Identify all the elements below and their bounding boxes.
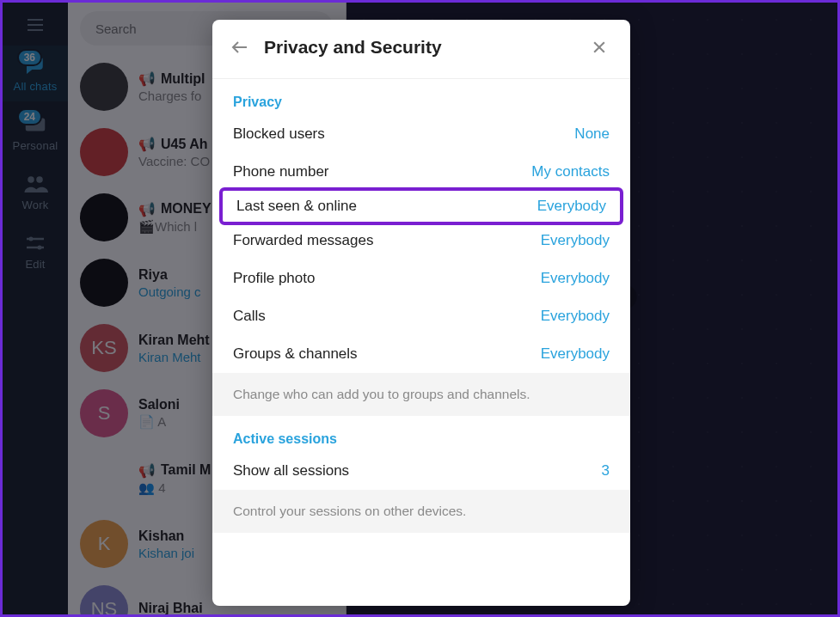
privacy-row-phone-number[interactable]: Phone numberMy contacts [212,153,630,191]
setting-value: Everybody [541,308,610,325]
modal-title: Privacy and Security [264,37,584,58]
setting-label: Blocked users [233,125,325,143]
show-all-sessions-row[interactable]: Show all sessions 3 [212,452,630,490]
sessions-section-header: Active sessions [212,416,630,452]
privacy-row-calls[interactable]: CallsEverybody [212,297,630,335]
privacy-row-forwarded-messages[interactable]: Forwarded messagesEverybody [212,222,630,260]
close-button[interactable] [584,32,615,63]
privacy-row-profile-photo[interactable]: Profile photoEverybody [212,260,630,297]
sessions-hint: Control your sessions on other devices. [212,490,630,533]
setting-label: Last seen & online [236,198,357,215]
modal-header: Privacy and Security [212,20,630,79]
privacy-hint: Change who can add you to groups and cha… [212,373,630,416]
setting-label: Calls [233,308,266,325]
setting-label: Profile photo [233,270,315,287]
setting-label: Forwarded messages [233,232,373,249]
setting-value: Everybody [537,198,606,215]
privacy-row-blocked-users[interactable]: Blocked usersNone [212,115,630,153]
setting-value: None [574,125,610,143]
setting-value: Everybody [541,345,610,363]
setting-value: Everybody [541,270,610,287]
privacy-security-modal: Privacy and Security Privacy Blocked use… [212,20,630,606]
setting-label: Phone number [233,163,329,180]
back-button[interactable] [224,32,255,63]
privacy-row-groups-channels[interactable]: Groups & channelsEverybody [212,335,630,373]
setting-label: Show all sessions [233,462,349,480]
setting-value: 3 [602,462,610,480]
privacy-row-last-seen-online[interactable]: Last seen & onlineEverybody [219,187,623,225]
setting-value: My contacts [531,163,610,180]
privacy-section-header: Privacy [212,79,630,115]
setting-value: Everybody [541,232,610,249]
setting-label: Groups & channels [233,345,358,363]
